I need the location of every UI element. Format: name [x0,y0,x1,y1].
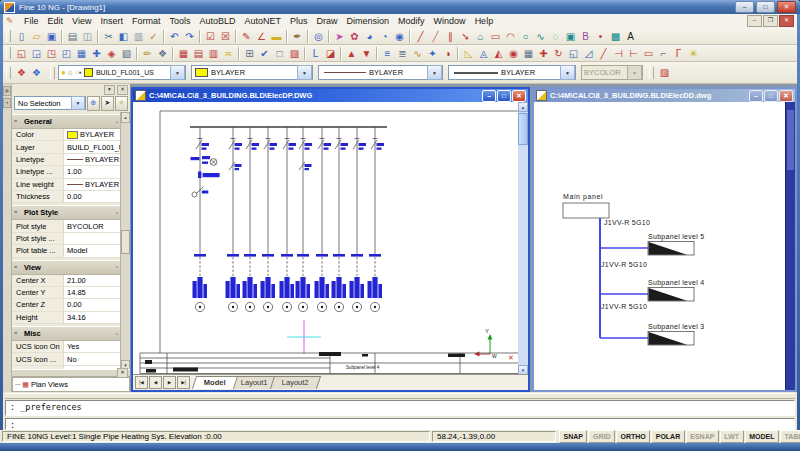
quick-select-icon[interactable]: ✧ [115,96,128,111]
gradient-icon[interactable]: ▨ [287,46,302,60]
status-toggle-model[interactable]: MODEL [745,430,779,443]
layer-on-icon[interactable]: ● [61,68,66,77]
extend-icon[interactable]: ⊢ [626,46,641,60]
menu-item-window[interactable]: Window [429,16,470,26]
sheet-close-icon[interactable]: ☒ [218,29,233,43]
move-icon[interactable]: ✚ [536,46,551,60]
zoom-realtime-icon[interactable]: ◎ [311,29,326,43]
child-maximize-button[interactable]: □ [764,90,778,102]
level-down-icon[interactable]: ▼ [359,46,374,60]
pan-point-icon[interactable]: ✚ [89,46,104,60]
palette-close-button[interactable]: ✕ [117,85,128,95]
line-icon[interactable]: ╱ [413,29,428,43]
property-row-linetype[interactable]: Linetype BYLAYER [12,154,121,166]
spline-icon[interactable]: ∿ [533,29,548,43]
collapse-icon[interactable]: « [14,263,17,269]
plan-views-label[interactable]: Plan Views [31,380,68,389]
layer-manager-icon[interactable]: ❖ [14,66,29,80]
menu-item-autonet[interactable]: AutoNET [240,16,286,26]
collapse-icon[interactable]: « [14,117,17,123]
sketch-icon[interactable]: ✎ [239,29,254,43]
scroll-up-icon[interactable]: ▲ [121,112,130,123]
pan-icon[interactable]: ➤ [332,29,347,43]
zoom-window-icon[interactable]: ◉ [392,29,407,43]
lineweight-combo[interactable]: BYLAYER ▼ [448,65,576,80]
command-history[interactable]: : _preferences [5,400,795,416]
section-pin-icon[interactable]: ▪ [116,331,118,337]
explode-icon[interactable]: ✳ [686,46,701,60]
menu-item-format[interactable]: Format [127,16,165,26]
section-pin-icon[interactable]: ▪ [116,264,118,270]
toolbar-grip[interactable] [6,30,11,42]
palette-pin-button[interactable]: ▾ [104,85,115,95]
section-header-general[interactable]: « General ▪ [12,114,121,129]
selection-combo[interactable]: No Selection ▼ [14,96,86,110]
point-style-icon[interactable]: ✦ [425,46,440,60]
layer-combo[interactable]: ●☼▫▪ BUILD_FL001_US ▼ [58,65,186,80]
lineweight-settings-icon[interactable]: ∿ [410,46,425,60]
menu-item-insert[interactable]: Insert [96,16,128,26]
property-row-plot-style[interactable]: Plot style BYCOLOR [12,220,121,232]
child-minimize-button[interactable]: – [749,90,763,102]
orbit-icon[interactable]: ✿ [347,29,362,43]
copy-object-icon[interactable]: ◬ [476,46,491,60]
rectangle-icon[interactable]: ▭ [488,29,503,43]
layer-lock-icon[interactable]: ▪ [79,68,82,77]
named-views-icon[interactable]: ▧ [119,46,134,60]
menu-item-edit[interactable]: Edit [43,16,68,26]
match-properties-icon[interactable]: ✓ [146,29,161,43]
layer-unlock-icon[interactable]: ▫ [75,68,78,77]
property-row-thickness[interactable]: Thickness 0.00 [12,191,121,203]
units-icon[interactable]: ◑ [440,46,455,60]
construction-line-icon[interactable]: ╱ [428,29,443,43]
close-button[interactable]: ✕ [777,1,796,13]
toolbar-grip[interactable] [6,47,11,59]
menu-item-dimension[interactable]: Dimension [342,16,394,26]
section-header-view[interactable]: « View ▪ [12,260,121,275]
layout-tool-icon[interactable]: ≍ [221,46,236,60]
minimize-button[interactable]: – [735,1,754,13]
circle-icon[interactable]: ○ [518,29,533,43]
status-toggle-esnap[interactable]: ESNAP [686,430,719,443]
property-row-plot-table-[interactable]: Plot table ... Model [12,245,121,257]
toggle-pickadd-icon[interactable]: ⊕ [87,96,100,111]
layer-previous-icon[interactable]: ❖ [29,66,44,80]
section-header-misc[interactable]: « Misc ▪ [12,326,121,341]
stretch-icon[interactable]: ◿ [581,46,596,60]
polygon-icon[interactable]: ⌂ [473,29,488,43]
child-maximize-button[interactable]: □ [497,90,511,102]
level-up-icon[interactable]: ▲ [344,46,359,60]
chevron-down-icon[interactable]: ▼ [170,65,185,80]
mdi-minimize-button[interactable]: – [747,15,762,27]
property-row-linetype-[interactable]: Linetype ... 1.00 [12,166,121,178]
print-icon[interactable]: ▤ [65,29,80,43]
arc-icon[interactable]: ◠ [503,29,518,43]
trim-icon[interactable]: ⊣ [611,46,626,60]
plot-style-control-icon[interactable]: ▨ [657,66,672,80]
status-toggle-polar[interactable]: POLAR [651,430,685,443]
chamfer-icon[interactable]: ⌐ [656,46,671,60]
status-toggle-lwt[interactable]: LWT [720,430,744,443]
linetype-control-icon[interactable]: ≡ [380,46,395,60]
drawing-canvas-elecdd[interactable]: Main panel J1VV-R 5G10 J1VV-R 5G10 J1VV-… [534,102,786,390]
vertical-scrollbar[interactable]: ▲ ▼ [518,102,528,375]
undo-icon[interactable]: ↶ [167,29,182,43]
insert-block-icon[interactable]: ▣ [563,29,578,43]
text-icon[interactable]: A [623,29,638,43]
palette-grip[interactable]: ▦ ▾ [3,84,12,392]
collapse-icon[interactable]: « [14,208,17,214]
distance-icon[interactable]: ▬ [269,29,284,43]
scrollbar-thumb[interactable] [787,110,794,170]
scrollbar-thumb[interactable] [121,230,130,254]
rotate-icon[interactable]: ↻ [551,46,566,60]
property-row-plot-style-[interactable]: Plot style ... [12,233,121,245]
layers-stack-icon[interactable]: ≣ [395,46,410,60]
menu-item-autobld[interactable]: AutoBLD [195,16,240,26]
zoom-scale-icon[interactable]: ◳ [44,46,59,60]
child-close-button[interactable]: ✕ [512,90,526,102]
ucs-icon[interactable]: L [308,46,323,60]
palette-properties-icon[interactable]: ▦ [3,86,11,96]
boundary-icon[interactable]: □ [272,46,287,60]
section-pin-icon[interactable]: ▪ [116,210,118,216]
block-edit-icon[interactable]: ▥ [206,46,221,60]
